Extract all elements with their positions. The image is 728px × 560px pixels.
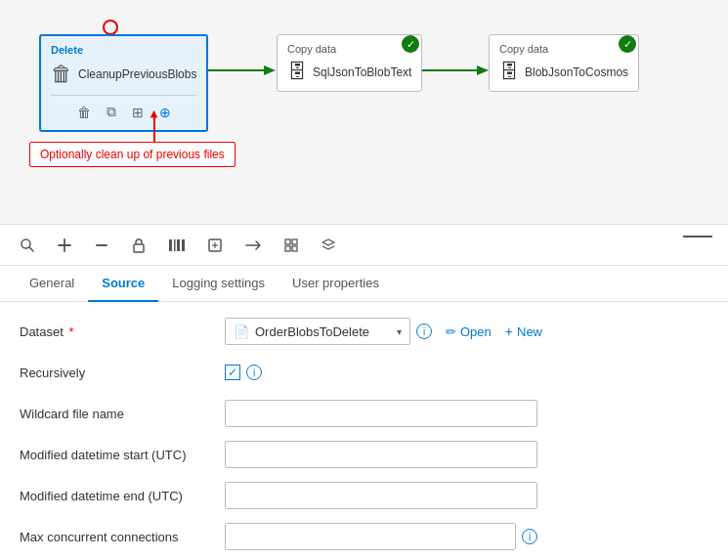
arrows-toolbar-btn[interactable] — [240, 234, 266, 257]
trash-icon: 🗑 — [51, 62, 72, 87]
modified-end-row: Modified datetime end (UTC) — [20, 482, 708, 509]
delete-node-label: CleanupPreviousBlobs — [78, 67, 196, 81]
modified-end-input[interactable] — [225, 482, 537, 509]
delete-node-btn-delete[interactable]: 🗑 — [73, 102, 95, 122]
svg-rect-13 — [177, 239, 180, 251]
max-connections-label: Max concurrent connections — [20, 530, 225, 544]
red-circle-indicator — [103, 20, 118, 35]
search-toolbar-btn[interactable] — [16, 234, 39, 257]
tab-source[interactable]: Source — [88, 266, 158, 302]
svg-rect-11 — [169, 239, 172, 251]
tooltip-text: Optionally clean up of previous files — [40, 148, 225, 161]
dataset-row: Dataset * 📄 OrderBlobsToDelete ▾ i ✏ Ope… — [20, 318, 708, 345]
dataset-chevron-icon: ▾ — [397, 326, 402, 337]
max-connections-info-icon[interactable]: i — [522, 529, 537, 544]
tab-logging[interactable]: Logging settings — [158, 266, 278, 302]
grid-toolbar-btn[interactable] — [279, 234, 303, 257]
barcode-toolbar-btn[interactable] — [164, 234, 190, 257]
svg-marker-1 — [264, 65, 276, 75]
check-badge-2: ✓ — [619, 35, 636, 53]
plus-icon: + — [505, 323, 513, 339]
wildcard-row: Wildcard file name — [20, 400, 708, 427]
max-connections-row: Max concurrent connections i — [20, 523, 708, 550]
recursively-row: Recursively ✓ i — [20, 359, 708, 386]
svg-rect-12 — [174, 239, 176, 251]
svg-rect-20 — [285, 246, 290, 251]
svg-marker-3 — [477, 65, 489, 75]
new-label: New — [517, 324, 542, 339]
layers-toolbar-btn[interactable] — [317, 234, 340, 257]
wildcard-input[interactable] — [225, 400, 537, 427]
copy2-label: BlobJsonToCosmos — [525, 65, 628, 79]
copy1-title: Copy data — [287, 43, 411, 55]
svg-line-6 — [29, 247, 33, 251]
add-toolbar-btn[interactable] — [53, 234, 76, 257]
check-badge-1: ✓ — [402, 35, 419, 53]
dataset-label: Dataset * — [20, 324, 225, 339]
properties-panel: Dataset * 📄 OrderBlobsToDelete ▾ i ✏ Ope… — [0, 302, 728, 560]
expand-toolbar-btn[interactable] — [203, 234, 227, 257]
dataset-select[interactable]: 📄 OrderBlobsToDelete ▾ — [225, 318, 410, 345]
open-link[interactable]: ✏ Open — [446, 324, 492, 339]
new-link[interactable]: + New — [505, 323, 542, 339]
canvas-toolbar — [0, 225, 728, 266]
delete-node-title: Delete — [51, 44, 83, 56]
copy1-label: SqlJsonToBlobText — [313, 65, 411, 79]
zoom-out-toolbar-btn[interactable] — [90, 234, 113, 257]
delete-node-btn-copy[interactable]: ⧉ — [103, 102, 120, 122]
copy1-body: 🗄 SqlJsonToBlobText — [287, 61, 411, 83]
check-mark: ✓ — [228, 366, 237, 379]
tooltip-box: Optionally clean up of previous files — [29, 142, 236, 167]
copy2-title: Copy data — [499, 43, 628, 55]
copy-node-2[interactable]: ✓ Copy data 🗄 BlobJsonToCosmos — [489, 34, 639, 92]
pipeline-canvas: Delete 🗑 CleanupPreviousBlobs 🗑 ⧉ ⊞ ⊕ ✓ … — [0, 0, 728, 225]
svg-rect-19 — [292, 239, 297, 244]
dataset-info-icon[interactable]: i — [416, 323, 432, 339]
delete-node-btn-clone[interactable]: ⊞ — [128, 102, 148, 122]
tab-general[interactable]: General — [16, 266, 88, 302]
modified-start-label: Modified datetime start (UTC) — [20, 448, 225, 462]
db-icon-1: 🗄 — [287, 61, 307, 83]
required-star: * — [65, 324, 74, 339]
modified-end-label: Modified datetime end (UTC) — [20, 489, 225, 503]
db-icon-2: 🗄 — [499, 61, 519, 83]
delete-node-actions: 🗑 ⧉ ⊞ ⊕ — [51, 95, 196, 122]
svg-rect-21 — [292, 246, 297, 251]
recursively-info-icon[interactable]: i — [246, 365, 262, 380]
copy-node-1[interactable]: ✓ Copy data 🗄 SqlJsonToBlobText — [277, 34, 422, 92]
recursively-checkbox[interactable]: ✓ — [225, 365, 240, 380]
delete-node-body: 🗑 CleanupPreviousBlobs — [51, 62, 196, 87]
settings-tabs: General Source Logging settings User pro… — [0, 266, 728, 302]
modified-start-row: Modified datetime start (UTC) — [20, 441, 708, 468]
copy2-body: 🗄 BlobJsonToCosmos — [499, 61, 628, 83]
modified-start-input[interactable] — [225, 441, 537, 468]
recursively-label: Recursively — [20, 366, 225, 380]
dataset-file-icon: 📄 — [234, 324, 249, 339]
tab-user-properties[interactable]: User properties — [278, 266, 393, 302]
tooltip-arrow-head-icon: ▼ — [148, 108, 160, 122]
dataset-select-value: OrderBlobsToDelete — [255, 324, 369, 339]
svg-rect-18 — [285, 239, 290, 244]
lock-toolbar-btn[interactable] — [127, 234, 150, 257]
recursively-checkbox-container: ✓ i — [225, 365, 262, 380]
dataset-controls: 📄 OrderBlobsToDelete ▾ i ✏ Open + New — [225, 318, 708, 345]
svg-rect-10 — [134, 244, 144, 252]
open-label: Open — [460, 324, 492, 339]
dataset-select-text: 📄 OrderBlobsToDelete — [234, 324, 369, 339]
wildcard-label: Wildcard file name — [20, 407, 225, 421]
svg-rect-14 — [182, 239, 185, 251]
delete-node[interactable]: Delete 🗑 CleanupPreviousBlobs 🗑 ⧉ ⊞ ⊕ — [39, 34, 208, 132]
max-connections-input[interactable] — [225, 523, 516, 550]
pencil-icon: ✏ — [446, 324, 456, 339]
